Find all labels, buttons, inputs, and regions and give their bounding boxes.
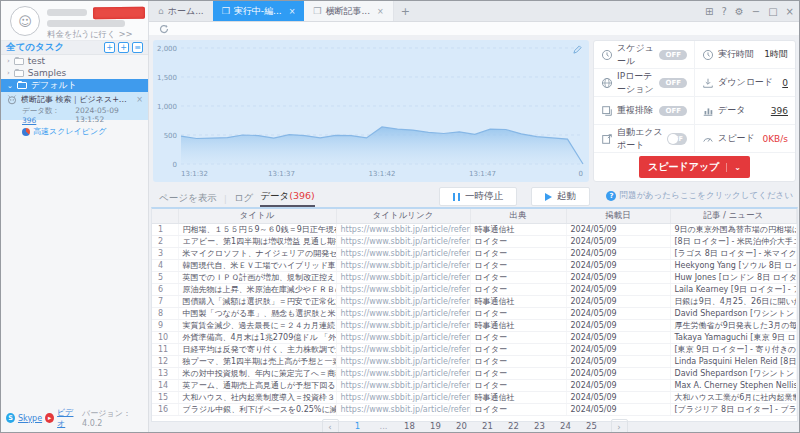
cell-link[interactable]: https://www.sbbit.jp/article/refers/1397…: [336, 235, 470, 247]
runtime-stat: 実行時間 1時間: [695, 41, 795, 68]
all-tasks-label[interactable]: 全てのタスク: [6, 41, 64, 54]
ip-rotation-toggle[interactable]: OFF: [659, 78, 687, 88]
cell-link[interactable]: https://www.sbbit.jp/article/refers/1397…: [336, 355, 470, 367]
cell-link[interactable]: https://www.sbbit.jp/article/refers/1397…: [336, 331, 470, 343]
refresh-icon[interactable]: [159, 24, 169, 34]
cell-date: 2024/05/09: [566, 379, 670, 391]
sidebar-item-default[interactable]: ⌄ デフォルト: [1, 79, 148, 92]
page-21[interactable]: 21: [481, 419, 495, 433]
restore-button[interactable]: □: [768, 6, 777, 17]
edit-icon[interactable]: [573, 45, 582, 54]
column-header[interactable]: 出典: [470, 209, 566, 223]
svg-text:1,000: 1,000: [157, 103, 177, 111]
tab-task[interactable]: ❒ 横断記事... ×: [304, 1, 393, 21]
cell-src: ロイター: [470, 235, 566, 247]
fast-scraping-link[interactable]: 高速スクレイピング: [33, 126, 106, 137]
page-20[interactable]: 20: [455, 419, 469, 433]
page-23[interactable]: 23: [533, 419, 547, 433]
close-icon[interactable]: ×: [136, 95, 143, 104]
column-header[interactable]: 記事 / ニュース: [670, 209, 797, 223]
data-value[interactable]: 396: [771, 106, 788, 116]
minimize-button[interactable]: −: [752, 6, 760, 17]
pay-link[interactable]: 料金を払うに行く >>: [47, 29, 133, 41]
cell-link[interactable]: https://www.sbbit.jp/article/refers/1397…: [336, 247, 470, 259]
data-table: タイトルタイトルリンク出典掲載日記事 / ニュース 1円相場、１５５円５9～６0…: [152, 209, 797, 416]
cell-art: 厚生労働省が9日発表した3月の毎月勤労統計調...: [670, 319, 797, 331]
close-button[interactable]: ×: [786, 6, 794, 17]
page-22[interactable]: 22: [507, 419, 521, 433]
sort-tasks-icon[interactable]: ≡: [132, 42, 143, 53]
app-window: ☺ 料金を払うに行く >> 全てのタスク + + ≡ › test › Samp…: [0, 0, 800, 433]
apps-button[interactable]: ⊞: [705, 6, 713, 17]
cell-art: 日銀は9日、4月25、26日に開いた金融政策...: [670, 295, 797, 307]
cell-link[interactable]: https://www.sbbit.jp/article/refers/1397…: [336, 223, 470, 235]
cell-art: Heekyong Yang [ソウル 8日 ロイター] - 韓国自動...: [670, 259, 797, 271]
column-header[interactable]: [152, 209, 178, 223]
dedup-toggle[interactable]: OFF: [659, 106, 687, 116]
start-button[interactable]: 起動: [531, 187, 590, 206]
cell-link[interactable]: https://www.sbbit.jp/article/refers/1397…: [336, 391, 470, 403]
skype-link[interactable]: Skype: [18, 414, 42, 423]
svg-text:1,500: 1,500: [157, 74, 177, 82]
help-button[interactable]: ?: [721, 6, 726, 17]
auto-export-toggle[interactable]: OFF: [667, 133, 687, 145]
tab-show-page[interactable]: ページを表示: [159, 192, 217, 205]
cell-link[interactable]: https://www.sbbit.jp/article/refers/1397…: [336, 259, 470, 271]
cell-link[interactable]: https://www.sbbit.jp/article/refers/1397…: [336, 307, 470, 319]
chevron-down-icon[interactable]: ⌄: [726, 163, 741, 172]
cell-date: 2024/05/09: [566, 283, 670, 295]
cell-link[interactable]: https://www.sbbit.jp/article/refers/1397…: [336, 403, 470, 415]
speed-up-button[interactable]: スピードアップ ⌄: [639, 156, 750, 178]
page-1[interactable]: 1: [351, 419, 365, 433]
close-tab-icon[interactable]: ×: [377, 7, 384, 16]
cell-link[interactable]: https://www.sbbit.jp/article/refers/1397…: [336, 283, 470, 295]
data-count-link[interactable]: 396: [22, 116, 36, 125]
cell-num: 12: [152, 355, 178, 367]
cell-date: 2024/05/09: [566, 367, 670, 379]
prev-page-button[interactable]: ‹: [322, 419, 339, 433]
column-header[interactable]: タイトルリンク: [336, 209, 470, 223]
task-card[interactable]: 横断記事 検索｜ビジネス+IT-スクレイピン... × データ数：396 202…: [1, 92, 148, 120]
download-value[interactable]: 0: [782, 78, 788, 88]
new-task-icon[interactable]: +: [104, 42, 115, 53]
tab-home[interactable]: ⌂ ホーム...: [149, 1, 213, 21]
sidebar-item-test[interactable]: › test: [1, 55, 148, 67]
cell-link[interactable]: https://www.sbbit.jp/article/refers/1397…: [336, 367, 470, 379]
page-19[interactable]: 19: [429, 419, 443, 433]
cell-link[interactable]: https://www.sbbit.jp/article/refers/1397…: [336, 319, 470, 331]
tab-data[interactable]: データ(396): [260, 190, 315, 207]
tab-running[interactable]: ❒ 実行中-編... ×: [213, 1, 305, 21]
cell-link[interactable]: https://www.sbbit.jp/article/refers/1397…: [336, 343, 470, 355]
cell-art: [東京 9日 ロイター] - 寄り付きの東京株式市...: [670, 343, 797, 355]
schedule-toggle[interactable]: OFF: [659, 50, 687, 60]
cell-link[interactable]: https://www.sbbit.jp/article/refers/1397…: [336, 379, 470, 391]
new-folder-icon[interactable]: +: [118, 42, 129, 53]
speed-value: 0KB/s: [762, 134, 788, 144]
video-link[interactable]: ビデオ: [57, 407, 79, 429]
svg-text:500: 500: [164, 132, 177, 140]
status-panel: スケジュール OFF 実行時間 1時間 IPローテーション OFF ダウンロード…: [593, 40, 796, 182]
pause-button[interactable]: 一時停止: [439, 187, 517, 206]
user-avatar[interactable]: ☺: [10, 6, 40, 36]
page-24[interactable]: 24: [559, 419, 573, 433]
page-18[interactable]: 18: [403, 419, 417, 433]
cell-link[interactable]: https://www.sbbit.jp/article/refers/1397…: [336, 271, 470, 283]
report-problem-link[interactable]: ? 問題があったらここをクリックしてください: [606, 190, 793, 202]
page-25[interactable]: 25: [585, 419, 599, 433]
cell-num: 5: [152, 271, 178, 283]
account-blurred: [47, 20, 125, 27]
cell-link[interactable]: https://www.sbbit.jp/article/refers/1397…: [336, 295, 470, 307]
cell-title: 中国製「つながる車」、懸念も選択肢と米商務長...: [178, 307, 336, 319]
tab-log[interactable]: ログ: [234, 192, 253, 205]
clock-icon: [702, 49, 714, 61]
next-page-button[interactable]: ›: [611, 419, 628, 433]
column-header[interactable]: タイトル: [178, 209, 336, 223]
cell-date: 2024/05/09: [566, 307, 670, 319]
sidebar-item-samples[interactable]: › Samples: [1, 67, 148, 79]
settings-button[interactable]: ⚙: [735, 6, 744, 17]
close-tab-icon[interactable]: ×: [289, 7, 296, 16]
new-tab-button[interactable]: +: [394, 1, 417, 21]
column-header[interactable]: 掲載日: [566, 209, 670, 223]
cell-title: 日経平均は反発で寄り付く、主力株軟調で上値は...: [178, 343, 336, 355]
window-icon: ❒: [313, 6, 321, 16]
